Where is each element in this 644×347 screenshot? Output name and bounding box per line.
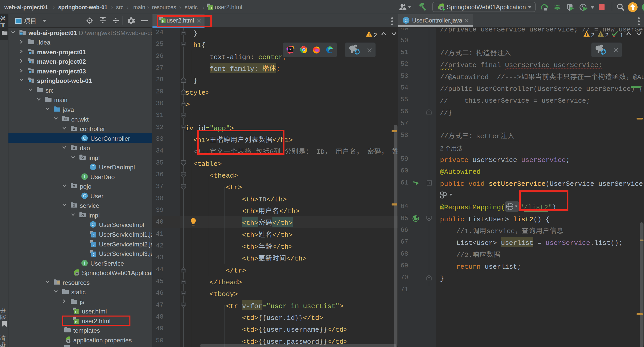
svg-text:H: H <box>75 310 78 314</box>
svg-text:C: C <box>404 18 407 23</box>
svg-text:IJ: IJ <box>290 48 292 50</box>
svg-text:C: C <box>91 165 95 169</box>
svg-text:C: C <box>83 193 86 198</box>
svg-text:C: C <box>91 222 95 227</box>
svg-text:H: H <box>209 6 212 10</box>
svg-text:J: J <box>93 243 95 247</box>
svg-text:I: I <box>84 174 85 179</box>
svg-text:J: J <box>93 253 95 256</box>
svg-text:C: C <box>83 136 86 140</box>
svg-text:J: J <box>93 233 95 237</box>
svg-text:I: I <box>84 261 85 265</box>
